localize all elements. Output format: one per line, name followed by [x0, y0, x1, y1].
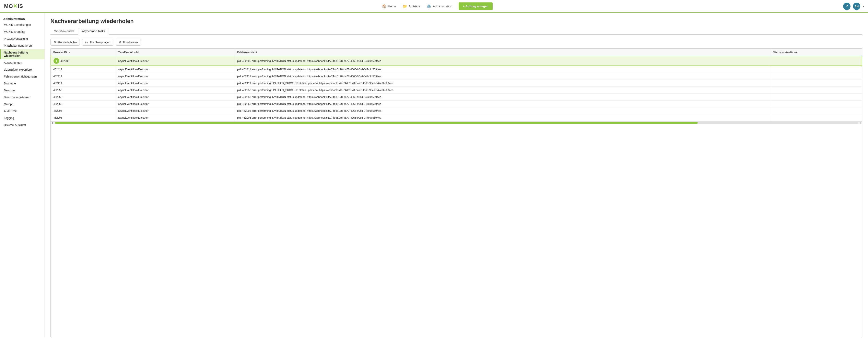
sidebar-items: MOXIS EinstellungenMOXIS BrandingProzess…: [0, 21, 44, 128]
cell-next-8: [770, 114, 862, 121]
nav-administration-label: Administration: [433, 4, 452, 8]
refresh-button[interactable]: ↺ Aktualisieren: [116, 39, 141, 45]
sidebar-item-auswertungen[interactable]: Auswertungen: [0, 59, 44, 66]
sidebar-item-lizenzdatei-exportieren[interactable]: Lizenzdatei exportieren: [0, 66, 44, 73]
sidebar-item-dsgvo-auskunft[interactable]: DSGVO Auskunft: [0, 122, 44, 128]
nav-home-label: Home: [388, 4, 396, 8]
cell-error-3: pid: 462411 error performing FINISHED_SU…: [235, 80, 770, 87]
sidebar-item-platzhalter-generieren[interactable]: Platzhalter generieren: [0, 42, 44, 49]
cell-error-5: pid: 462253 error performing INVITATION …: [235, 94, 770, 100]
new-order-label: + Auftrag anlegen: [463, 4, 489, 8]
col-header-naechstes-ausfuehren: Nächstes Ausführu...: [770, 49, 862, 56]
skip-all-label: Alle überspringen: [90, 41, 110, 44]
table-row[interactable]: 462411asyncEventHookExecutorpid: 462411 …: [51, 66, 862, 73]
cell-executor-4: asyncEventHookExecutor: [116, 87, 235, 94]
sidebar-item-moxis-branding[interactable]: MOXIS Branding: [0, 28, 44, 35]
cell-pid-2: 462411: [51, 73, 116, 80]
retry-icon: ↻: [54, 40, 56, 44]
skip-icon: ⏭: [85, 40, 88, 44]
cell-pid-1: 462411: [51, 66, 116, 73]
cell-pid-0: 1462605: [51, 56, 116, 66]
refresh-icon: ↺: [119, 40, 121, 44]
table-row[interactable]: 462253asyncEventHookExecutorpid: 462253 …: [51, 87, 862, 94]
col-header-prozess-id[interactable]: Prozess ID ▼: [51, 49, 116, 56]
cell-next-3: [770, 80, 862, 87]
table-row[interactable]: 1462605asyncEventHookExecutorpid: 462605…: [51, 56, 862, 66]
sidebar-item-moxis-einstellungen[interactable]: MOXIS Einstellungen: [0, 21, 44, 28]
cell-pid-3: 462411: [51, 80, 116, 87]
help-button[interactable]: ?: [843, 3, 850, 10]
sidebar-item-benutzer[interactable]: Benutzer: [0, 87, 44, 94]
cell-pid-8: 462095: [51, 114, 116, 121]
refresh-label: Aktualisieren: [123, 41, 138, 44]
cell-executor-2: asyncEventHookExecutor: [116, 73, 235, 80]
table-row[interactable]: 462253asyncEventHookExecutorpid: 462253 …: [51, 100, 862, 107]
table-row[interactable]: 462095asyncEventHookExecutorpid: 462095 …: [51, 107, 862, 114]
table-row[interactable]: 462411asyncEventHookExecutorpid: 462411 …: [51, 73, 862, 80]
scroll-left-arrow[interactable]: ◀: [51, 122, 54, 124]
cell-error-2: pid: 462411 error performing INVITATION …: [235, 73, 770, 80]
cell-executor-7: asyncEventHookExecutor: [116, 107, 235, 114]
tab-asynchrone-tasks[interactable]: Asynchrone Tasks: [78, 28, 109, 35]
scroll-thumb: [55, 122, 698, 124]
table-container: Prozess ID ▼TaskExecutor-IdFehlernachric…: [51, 49, 862, 337]
cell-error-4: pid: 462253 error performing FINISHED_SU…: [235, 87, 770, 94]
logo-x: ✕: [13, 3, 18, 9]
col-header-task-executor-id: TaskExecutor-Id: [116, 49, 235, 56]
avatar-dropdown-icon[interactable]: ▾: [863, 5, 864, 8]
folder-icon: 📁: [403, 4, 407, 8]
col-header-fehlernachricht: Fehlernachricht: [235, 49, 770, 56]
navbar: MO✕IS 🏠 Home 📁 Aufträge ⚙️ Administratio…: [0, 0, 868, 13]
table-row[interactable]: 462095asyncEventHookExecutorpid: 462095 …: [51, 114, 862, 121]
cell-error-7: pid: 462095 error performing INVITATION …: [235, 107, 770, 114]
scroll-right-arrow[interactable]: ▶: [859, 122, 862, 124]
sidebar-item-prozessverwaltung[interactable]: Prozessverwaltung: [0, 35, 44, 42]
sidebar-item-biometrie[interactable]: Biometrie: [0, 80, 44, 87]
toolbar: ↻ Alle wiederholen ⏭ Alle überspringen ↺…: [51, 39, 862, 45]
sidebar-item-benutzer-registrieren[interactable]: Benutzer registrieren: [0, 94, 44, 101]
scroll-bar[interactable]: ◀ ▶: [51, 121, 862, 124]
cell-next-1: [770, 66, 862, 73]
new-order-button[interactable]: + Auftrag anlegen: [459, 2, 493, 10]
cell-next-2: [770, 73, 862, 80]
cell-executor-0: asyncEventHookExecutor: [116, 56, 235, 66]
sort-icon-prozess-id[interactable]: ▼: [67, 51, 70, 54]
cell-executor-6: asyncEventHookExecutor: [116, 100, 235, 107]
table-body: 1462605asyncEventHookExecutorpid: 462605…: [51, 56, 862, 121]
retry-all-button[interactable]: ↻ Alle wiederholen: [51, 39, 80, 45]
table-row[interactable]: 462411asyncEventHookExecutorpid: 462411 …: [51, 80, 862, 87]
nav-auftraege-label: Aufträge: [409, 4, 421, 8]
nav-auftraege[interactable]: 📁 Aufträge: [403, 4, 421, 8]
table-head: Prozess ID ▼TaskExecutor-IdFehlernachric…: [51, 49, 862, 56]
logo: MO✕IS: [4, 3, 23, 9]
nav-administration[interactable]: ⚙️ Administration: [427, 4, 452, 8]
table-row[interactable]: 462253asyncEventHookExecutorpid: 462253 …: [51, 94, 862, 100]
sidebar-item-logging[interactable]: Logging: [0, 115, 44, 122]
cell-error-8: pid: 462095 error performing INVITATION …: [235, 114, 770, 121]
scroll-track: [55, 122, 858, 124]
navbar-center: 🏠 Home 📁 Aufträge ⚙️ Administration + Au…: [31, 2, 843, 10]
cell-error-0: pid: 462605 error performing INVITATION …: [235, 56, 770, 66]
cell-pid-7: 462095: [51, 107, 116, 114]
cell-error-1: pid: 462411 error performing INVITATION …: [235, 66, 770, 73]
cell-pid-6: 462253: [51, 100, 116, 107]
main-content: Nachverarbeitung wiederholen Workflow-Ta…: [45, 13, 868, 337]
cell-pid-4: 462253: [51, 87, 116, 94]
navbar-right: ? AH ▾: [843, 3, 864, 10]
sidebar-title: Administration: [0, 16, 44, 21]
sidebar-item-nachverarbeitung-wiederholen[interactable]: Nachverarbeitung wiederholen: [0, 49, 44, 59]
sidebar-item-audit-trail[interactable]: Audit Trail: [0, 107, 44, 115]
avatar-button[interactable]: AH: [853, 3, 860, 10]
nav-home[interactable]: 🏠 Home: [382, 4, 396, 8]
sidebar-item-fehlerbenachrichtigungen[interactable]: Fehlerbenachrichtigungen: [0, 73, 44, 80]
tab-workflow-tasks[interactable]: Workflow-Tasks: [51, 28, 78, 35]
skip-all-button[interactable]: ⏭ Alle überspringen: [82, 39, 113, 45]
row-badge-0: 1: [54, 58, 59, 64]
sidebar-item-gruppe[interactable]: Gruppe: [0, 101, 44, 107]
cell-next-6: [770, 100, 862, 107]
cell-executor-1: asyncEventHookExecutor: [116, 66, 235, 73]
layout: Administration MOXIS EinstellungenMOXIS …: [0, 13, 868, 337]
cell-error-6: pid: 462253 error performing INVITATION …: [235, 100, 770, 107]
sidebar: Administration MOXIS EinstellungenMOXIS …: [0, 13, 45, 337]
cell-next-0: [770, 56, 862, 66]
